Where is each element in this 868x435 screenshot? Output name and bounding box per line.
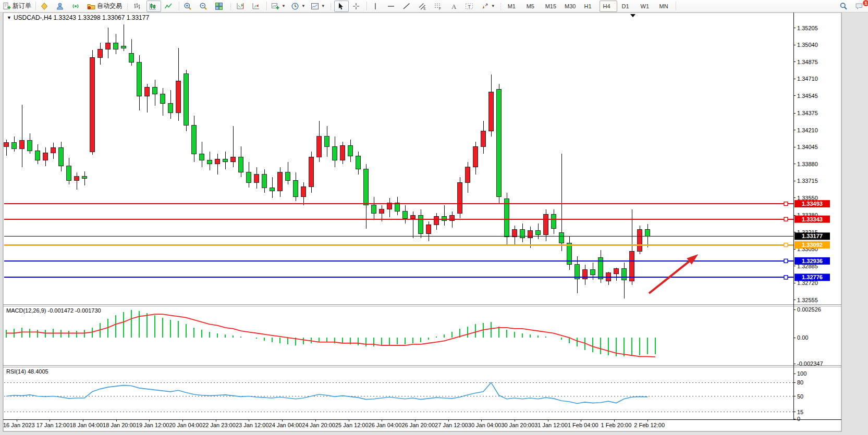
signals-button[interactable] [69, 1, 84, 12]
chevron-down-icon[interactable]: ▼ [491, 4, 495, 8]
market-watch-button[interactable] [38, 1, 53, 12]
time-tick-label[interactable]: 18 Jan 04:00 [69, 422, 103, 428]
chart-bars-icon [133, 2, 141, 10]
auto-scroll-button[interactable] [250, 1, 264, 12]
new-chart-button[interactable]: ▼ [269, 1, 288, 12]
rsi-tick-label: 0 [797, 416, 800, 422]
time-tick-label[interactable]: 22 Jan 23:00 [202, 422, 236, 428]
horizontal-line-button[interactable] [385, 1, 399, 12]
price-tick-label: 1.32555 [797, 297, 818, 303]
time-tick-label[interactable]: 25 Jan 12:00 [335, 422, 369, 428]
chevron-down-icon[interactable]: ▼ [301, 4, 305, 8]
resistance-1-handle[interactable] [784, 202, 788, 206]
search-icon [839, 2, 848, 10]
notification-badge: 1 [863, 0, 868, 6]
time-tick-label[interactable]: 24 Jan 20:00 [302, 422, 335, 428]
time-tick-label[interactable]: 17 Jan 12:00 [36, 422, 70, 428]
candle-body [473, 146, 478, 167]
chart-bars-button[interactable] [131, 1, 145, 12]
candle-body [622, 269, 627, 280]
trendline-button[interactable] [400, 1, 415, 12]
templates-button[interactable]: ▼ [309, 1, 327, 12]
toolbar-separator [179, 2, 179, 10]
tile-windows-button[interactable] [213, 1, 227, 12]
time-tick-label[interactable]: 26 Jan 20:00 [401, 422, 435, 428]
time-tick-label[interactable]: 27 Jan 12:00 [435, 422, 468, 428]
time-tick-label[interactable]: 30 Jan 20:00 [502, 422, 535, 428]
vertical-line-button[interactable] [369, 1, 384, 12]
text-label-button[interactable]: T [463, 1, 478, 12]
time-tick-label[interactable]: 31 Jan 12:00 [534, 422, 568, 428]
fibonacci-button[interactable]: F [432, 1, 446, 12]
tf-mn[interactable]: MN [656, 1, 674, 12]
tf-m30[interactable]: M30 [561, 1, 579, 12]
time-tick-label[interactable]: 24 Jan 04:00 [269, 422, 302, 428]
candle-body [262, 175, 267, 188]
support-2-handle[interactable] [784, 276, 788, 279]
rsi-tick-label: 100 [797, 370, 806, 377]
chevron-down-icon[interactable]: ▼ [282, 4, 286, 8]
time-tick-label[interactable]: 19 Jan 12:00 [136, 422, 169, 428]
tf-m30-label: M30 [565, 3, 576, 9]
candle-body [192, 125, 197, 154]
chart-shift-button[interactable] [234, 1, 249, 12]
chat-icon [855, 2, 863, 10]
time-tick-label[interactable]: 1 Feb 20:00 [601, 422, 632, 428]
candle-body [544, 214, 548, 234]
chevron-down-icon[interactable]: ▼ [321, 4, 325, 8]
time-tick-label[interactable]: 23 Jan 12:00 [236, 422, 269, 428]
time-tick-label[interactable]: 2 Feb 12:00 [634, 422, 665, 428]
search-button[interactable] [837, 1, 852, 12]
arrows-button[interactable]: ▼ [479, 1, 497, 12]
candle-body [121, 46, 126, 48]
tf-m5-label: M5 [527, 3, 534, 9]
zoom-out-icon [199, 2, 207, 10]
candle-body [364, 169, 369, 205]
tf-m15[interactable]: M15 [542, 1, 560, 12]
time-tick-label[interactable]: 18 Jan 20:00 [103, 422, 136, 428]
tf-m1[interactable]: M1 [504, 1, 522, 12]
candle-body [372, 205, 376, 214]
text-button[interactable]: A [447, 1, 462, 12]
price-tick-label: 1.34045 [797, 144, 818, 150]
zoom-in-button[interactable] [181, 1, 196, 12]
chevron-down-icon[interactable]: ▼ [7, 15, 11, 20]
toolbar-separator [499, 2, 502, 10]
time-tick-label[interactable]: 26 Jan 04:00 [369, 422, 402, 428]
tf-m15-label: M15 [545, 3, 556, 9]
cursor-button[interactable] [334, 1, 349, 12]
zoom-out-button[interactable] [197, 1, 212, 12]
candle-body [380, 209, 384, 214]
navigator-button[interactable] [54, 1, 68, 12]
chart-candles-button[interactable] [146, 1, 161, 12]
tf-w1[interactable]: W1 [637, 1, 655, 12]
tf-h1[interactable]: H1 [581, 1, 598, 12]
tf-m5[interactable]: M5 [523, 1, 541, 12]
chart-line-icon [164, 2, 173, 10]
time-tick-label[interactable]: 30 Jan 04:00 [468, 422, 502, 428]
autotrading-button[interactable]: 自动交易 [85, 1, 124, 12]
support-1-handle[interactable] [784, 259, 788, 263]
rsi-tick-label: 50 [797, 393, 803, 400]
candle-body [20, 141, 25, 149]
time-tick-label[interactable]: 16 Jan 2023 [3, 422, 35, 428]
tf-d1[interactable]: D1 [618, 1, 636, 12]
pivot-line-handle[interactable] [784, 243, 788, 247]
chart-line-button[interactable] [162, 1, 177, 12]
new-order-button[interactable]: 新订单 [1, 1, 33, 12]
tf-h4[interactable]: H4 [600, 1, 617, 12]
candle-body [215, 159, 220, 164]
candle-body [12, 143, 17, 149]
resistance-2-handle[interactable] [784, 217, 788, 221]
chart-canvas[interactable]: 1.352051.350401.348751.347101.345451.343… [0, 0, 868, 435]
channel-button[interactable]: E [416, 1, 431, 12]
price-tick-label: 1.35205 [797, 25, 818, 31]
periods-button[interactable]: ▼ [289, 1, 308, 12]
candle-body [98, 49, 103, 57]
time-tick-label[interactable]: 20 Jan 04:00 [169, 422, 203, 428]
candle-body [614, 269, 619, 274]
crosshair-button[interactable] [350, 1, 364, 12]
chat-button[interactable]: 1 [853, 1, 867, 12]
candle-body [114, 43, 118, 49]
time-tick-label[interactable]: 1 Feb 04:00 [568, 422, 598, 428]
